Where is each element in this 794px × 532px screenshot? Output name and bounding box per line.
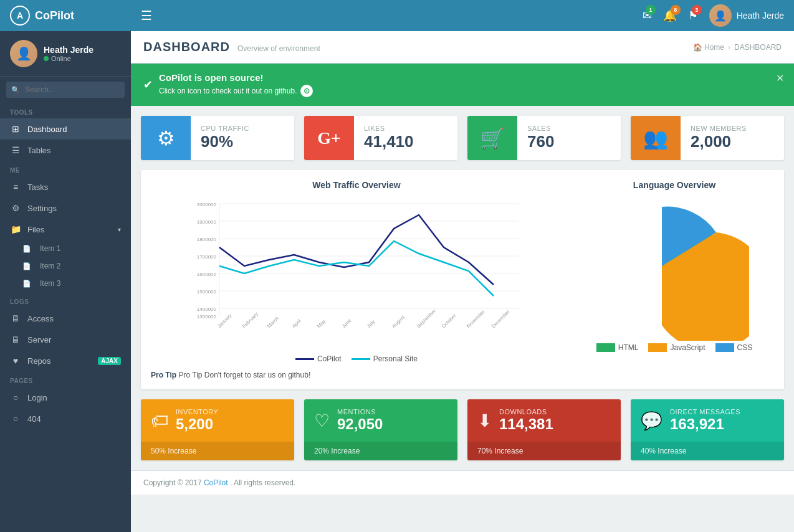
mentions-footer: 20% Increase [304, 442, 457, 460]
access-icon: 🖥 [10, 313, 21, 323]
sidebar-item-item1[interactable]: 📄 Item 1 [0, 240, 131, 257]
sidebar-avatar: 👤 [10, 40, 37, 67]
personal-legend-label: Personal Site [373, 354, 418, 363]
svg-text:1800000: 1800000 [197, 237, 217, 242]
sidebar-item-label: Login [27, 393, 121, 402]
svg-text:February: February [241, 311, 259, 329]
bell-button[interactable]: 🔔 8 [663, 9, 677, 22]
messages-value: 163,921 [670, 416, 740, 433]
svg-text:1300000: 1300000 [197, 314, 217, 320]
stat-card-members: 👥 NEW MEMBERS 2,000 [631, 116, 784, 160]
js-legend-color [648, 343, 667, 352]
charts-row: Web Traffic Overview 2000000 190000 [151, 180, 774, 363]
copilot-legend-label: CoPilot [317, 354, 342, 363]
googleplus-icon: G+ [317, 128, 341, 148]
sidebar-item-files[interactable]: 📁 Files ▾ [0, 219, 131, 240]
svg-text:January: January [216, 313, 232, 329]
stat-card-cpu: ⚙ CPU TRAFFIC 90% [141, 116, 294, 160]
bottom-card-inventory: 🏷 INVENTORY 5,200 50% Increase [141, 399, 294, 460]
gear-icon: ⚙ [157, 126, 175, 150]
brand: A CoPilot [10, 6, 141, 26]
footer-link[interactable]: CoPilot [204, 478, 228, 487]
sidebar-item-settings[interactable]: ⚙ Settings [0, 197, 131, 219]
section-label-pages: PAGES [0, 371, 131, 387]
repos-icon: ♥ [10, 356, 21, 366]
svg-text:2000000: 2000000 [197, 202, 217, 207]
user-menu[interactable]: 👤 Heath Jerde [709, 4, 784, 27]
files-icon: 📁 [10, 224, 21, 234]
charts-section: Web Traffic Overview 2000000 190000 [141, 170, 784, 389]
banner-close-button[interactable]: ✕ [776, 72, 784, 84]
download-icon: ⬇ [477, 411, 492, 431]
sidebar-item-repos[interactable]: ♥ Repos AJAX [0, 350, 131, 371]
file-icon: 📄 [22, 245, 31, 253]
sidebar-item-access[interactable]: 🖥 Access [0, 308, 131, 329]
sidebar-item-login[interactable]: ○ Login [0, 387, 131, 408]
top-navbar: A CoPilot ☰ ✉ 1 🔔 8 ⚑ 3 👤 Heath Jerde [0, 0, 794, 31]
cpu-icon-block: ⚙ [141, 116, 191, 160]
personal-legend-color [352, 358, 370, 360]
breadcrumb: 🏠 Home › DASHBOARD [693, 43, 782, 52]
cart-icon: 🛒 [480, 126, 505, 150]
sidebar-item-dashboard[interactable]: ⊞ Dashboard [0, 118, 131, 140]
sidebar-user-info: Heath Jerde Online [44, 45, 93, 62]
search-icon: 🔍 [11, 86, 20, 94]
svg-text:July: July [366, 319, 376, 329]
html-legend-label: HTML [618, 343, 639, 352]
tables-icon: ☰ [10, 145, 21, 155]
bottom-cards: 🏷 INVENTORY 5,200 50% Increase ♡ MENTION… [131, 399, 794, 470]
stat-card-sales: 🛒 SALES 760 [467, 116, 621, 160]
svg-text:May: May [316, 318, 327, 329]
heart-icon: ♡ [314, 411, 330, 431]
tasks-icon: ≡ [10, 182, 21, 192]
inventory-footer: 50% Increase [141, 442, 294, 460]
members-icon-block: 👥 [631, 116, 681, 160]
notfound-icon: ○ [10, 414, 21, 424]
hamburger-button[interactable]: ☰ [141, 8, 152, 23]
brand-logo: A [10, 6, 30, 26]
sidebar-item-label: Item 2 [40, 262, 60, 270]
svg-text:1700000: 1700000 [197, 254, 217, 260]
message-icon: 💬 [641, 411, 662, 431]
sidebar-item-label: Dashboard [27, 125, 121, 134]
flag-badge: 3 [692, 5, 702, 15]
main-content: DASHBOARD Overview of environment 🏠 Home… [131, 31, 794, 532]
messages-footer: 40% Increase [631, 442, 784, 460]
sidebar-item-tasks[interactable]: ≡ Tasks [0, 176, 131, 197]
flag-button[interactable]: ⚑ 3 [688, 9, 698, 22]
pro-tip: Pro Tip Pro Tip Don't forget to star us … [151, 371, 774, 379]
sidebar-item-server[interactable]: 🖥 Server [0, 329, 131, 350]
page-title: DASHBOARD [143, 40, 230, 54]
bottom-card-messages: 💬 DIRECT MESSAGES 163,921 40% Increase [631, 399, 784, 460]
open-source-banner: ✔ CoPilot is open source! Click on icon … [131, 64, 794, 106]
breadcrumb-home: 🏠 Home [693, 43, 724, 52]
brand-name: CoPilot [35, 9, 74, 22]
section-label-me: ME [0, 161, 131, 176]
svg-text:1500000: 1500000 [197, 289, 217, 295]
mail-button[interactable]: ✉ 1 [643, 9, 652, 22]
server-icon: 🖥 [10, 335, 21, 344]
inventory-label: INVENTORY [176, 408, 218, 416]
svg-text:December: December [490, 309, 511, 330]
sidebar-item-404[interactable]: ○ 404 [0, 408, 131, 429]
sidebar-item-label: Repos [27, 356, 92, 366]
check-icon: ✔ [143, 78, 153, 92]
sidebar-item-tables[interactable]: ☰ Tables [0, 140, 131, 161]
page-header: DASHBOARD Overview of environment 🏠 Home… [131, 31, 794, 64]
svg-text:November: November [466, 309, 486, 330]
sidebar-item-label: 404 [27, 414, 121, 424]
sidebar-item-label: Tasks [27, 183, 121, 192]
sidebar-item-label: Tables [27, 146, 121, 155]
likes-icon-block: G+ [304, 116, 354, 160]
sidebar-item-item3[interactable]: 📄 Item 3 [0, 275, 131, 292]
page-subtitle: Overview of environment [237, 44, 320, 53]
github-icon[interactable]: ⊙ [300, 85, 313, 97]
svg-text:1400000: 1400000 [197, 306, 217, 312]
svg-text:September: September [416, 308, 437, 329]
sidebar-item-item2[interactable]: 📄 Item 2 [0, 257, 131, 275]
sidebar: 👤 Heath Jerde Online 🔍 ToOLS ⊞ Dashboard… [0, 31, 131, 532]
members-label: NEW MEMBERS [691, 125, 747, 132]
search-input[interactable] [6, 82, 125, 98]
cpu-label: CPU TRAFFIC [201, 125, 249, 132]
sales-label: SALES [527, 125, 554, 132]
